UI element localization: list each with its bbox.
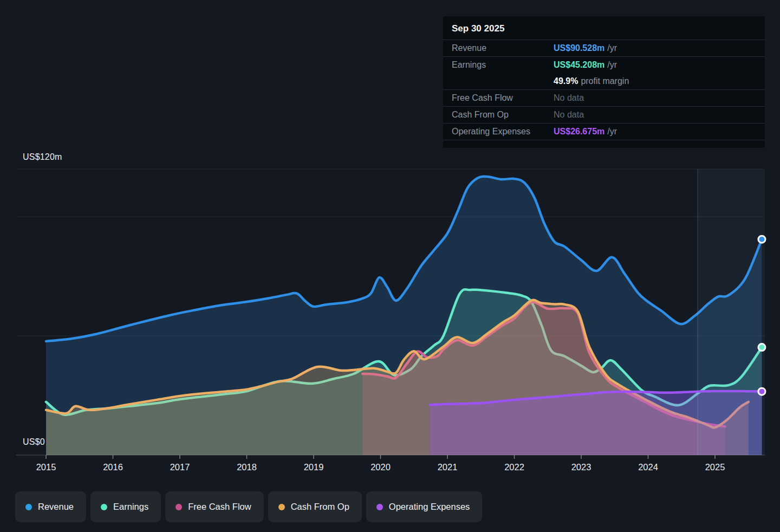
free-cash-flow-dot-icon [176, 504, 182, 510]
tooltip-cashop-value: No data [554, 110, 584, 120]
tooltip-opex-label: Operating Expenses [452, 127, 554, 137]
x-tick-label: 2020 [370, 462, 391, 472]
tooltip-row-opex: Operating Expenses US$26.675m /yr [443, 123, 765, 140]
legend-item-free-cash-flow[interactable]: Free Cash Flow [165, 491, 263, 522]
x-tick-label: 2021 [438, 462, 458, 472]
legend-item-cash-from-op[interactable]: Cash From Op [268, 491, 362, 522]
legend-item-earnings[interactable]: Earnings [90, 491, 161, 522]
legend-label: Cash From Op [291, 502, 349, 512]
y-axis-label-zero: US$0 [23, 437, 45, 447]
legend-label: Revenue [38, 502, 74, 512]
tooltip-row-cashop: Cash From Op No data [443, 106, 765, 123]
tooltip-row-profit-margin: 49.9% profit margin [443, 73, 765, 89]
chart-legend: Revenue Earnings Free Cash Flow Cash Fro… [15, 491, 482, 522]
tooltip-margin-text: profit margin [581, 76, 629, 86]
x-tick-label: 2015 [36, 462, 56, 472]
x-tick-label: 2019 [304, 462, 324, 472]
tooltip-revenue-unit: /yr [607, 43, 617, 53]
x-tick-label: 2018 [237, 462, 257, 472]
tooltip-date: Sep 30 2025 [443, 16, 765, 40]
tooltip-earnings-unit: /yr [607, 60, 617, 70]
x-tick-label: 2024 [638, 462, 658, 472]
tooltip-earnings-value: US$45.208m [554, 60, 604, 70]
tooltip-cashop-label: Cash From Op [452, 110, 554, 120]
tooltip-earnings-label: Earnings [452, 60, 554, 70]
endpoint-dot-earnings[interactable] [758, 344, 765, 351]
y-axis-label-max: US$120m [23, 152, 62, 162]
tooltip-row-earnings: Earnings US$45.208m /yr [443, 56, 765, 73]
chart-tooltip: Sep 30 2025 Revenue US$90.528m /yr Earni… [443, 16, 765, 148]
endpoint-dot-operating-expenses[interactable] [758, 388, 765, 395]
legend-label: Free Cash Flow [188, 502, 251, 512]
tooltip-fcf-value: No data [554, 93, 584, 103]
tooltip-opex-value: US$26.675m [554, 127, 604, 137]
legend-label: Operating Expenses [389, 502, 470, 512]
stock-financials-chart-page: 2015201620172018201920202021202220232024… [0, 0, 780, 532]
legend-item-revenue[interactable]: Revenue [15, 491, 86, 522]
tooltip-revenue-value: US$90.528m [554, 43, 604, 53]
tooltip-row-fcf: Free Cash Flow No data [443, 89, 765, 106]
revenue-dot-icon [25, 504, 32, 510]
x-tick-label: 2017 [170, 462, 190, 472]
legend-label: Earnings [113, 502, 148, 512]
tooltip-revenue-label: Revenue [452, 43, 554, 53]
x-tick-label: 2022 [504, 462, 524, 472]
x-tick-label: 2016 [103, 462, 123, 472]
tooltip-row-revenue: Revenue US$90.528m /yr [443, 40, 765, 56]
operating-expenses-dot-icon [376, 504, 383, 510]
endpoint-dot-revenue[interactable] [758, 236, 765, 243]
forecast-band [698, 169, 765, 455]
x-tick-label: 2025 [705, 462, 725, 472]
cash-from-op-dot-icon [278, 504, 285, 510]
x-tick-label: 2023 [571, 462, 592, 472]
tooltip-opex-unit: /yr [607, 127, 617, 137]
legend-item-operating-expenses[interactable]: Operating Expenses [366, 491, 483, 522]
earnings-dot-icon [101, 504, 107, 510]
tooltip-fcf-label: Free Cash Flow [452, 93, 554, 103]
tooltip-margin-value: 49.9% [554, 76, 578, 86]
